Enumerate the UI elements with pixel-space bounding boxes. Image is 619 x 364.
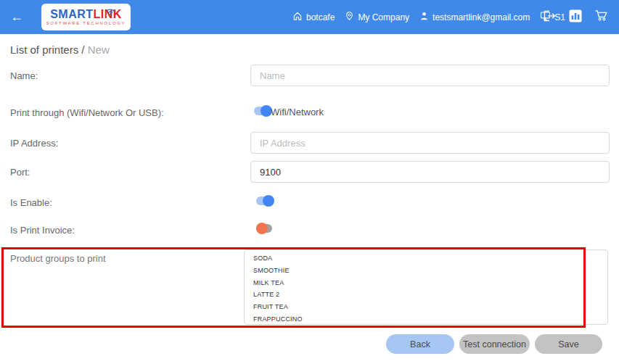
nav-item-store[interactable]: botcafe [292,11,335,23]
back-arrow-icon[interactable]: ← [10,9,23,25]
is-enable-label: Is Enable: [10,197,52,208]
product-group-option[interactable]: FRUIT TEA [253,301,607,313]
logo-subtitle: SOFTWARE TECHNOLOGY [46,21,126,25]
breadcrumb-current-page: New [88,44,110,56]
user-icon [419,11,429,23]
logout-icon[interactable] [543,10,557,25]
toggle-knob [263,195,274,207]
product-groups-label: Product groups to print [10,253,106,264]
location-pin-icon [345,11,354,23]
product-groups-list[interactable]: SODASMOOTHIEMILK TEALATTE 2FRUIT TEAFRAP… [244,249,608,325]
back-button[interactable]: Back [386,334,454,354]
app-header: ← SMARTLINK SOFTWARE TECHNOLOGY botcafe [0,0,619,34]
product-group-option[interactable]: LATTE 2 [253,289,607,301]
header-nav: botcafe My Company testsmartlink@gmail.c… [292,0,565,34]
smartlink-logo: SMARTLINK SOFTWARE TECHNOLOGY [41,4,131,30]
nav-item-label: testsmartlink@gmail.com [433,12,530,22]
header-actions [543,0,608,34]
cart-icon[interactable] [594,9,608,25]
nav-item-account[interactable]: testsmartlink@gmail.com [419,11,530,23]
product-group-option[interactable]: SMOOTHIE [253,265,607,277]
home-icon [292,11,303,23]
is-print-invoice-label: Is Print Invoice: [10,225,75,236]
product-group-option[interactable]: SODA [253,252,607,265]
name-input[interactable] [250,65,610,86]
print-through-label: Print through (Wifi/Network Or USB): [10,107,164,118]
is-enable-toggle[interactable] [256,195,275,207]
product-group-option[interactable]: MILK TEA [253,277,607,289]
breadcrumb-list-of-printers[interactable]: List of printers / [10,44,85,56]
save-button[interactable]: Save [535,334,602,354]
ip-address-input[interactable] [250,132,610,154]
name-label: Name: [10,70,38,81]
nav-item-label: botcafe [306,12,335,22]
bar-chart-icon[interactable] [569,9,582,25]
is-print-invoice-toggle[interactable] [256,223,275,234]
product-group-option[interactable]: FRAPPUCCINO [253,313,607,325]
port-input[interactable] [250,161,610,183]
nav-item-label: My Company [358,12,409,22]
logo-text-primary: SMART [50,8,93,20]
printer-new-page: ← SMARTLINK SOFTWARE TECHNOLOGY botcafe [0,0,619,364]
print-through-toggle-label: Wifi/Network [271,107,324,117]
port-label: Port: [10,167,30,178]
test-connection-button[interactable]: Test connection [459,334,530,354]
breadcrumb: List of printers / New [10,44,110,56]
nav-item-company[interactable]: My Company [345,11,409,23]
toggle-knob [256,223,268,234]
ip-address-label: IP Address: [10,138,58,149]
wifi-icon [105,5,115,18]
